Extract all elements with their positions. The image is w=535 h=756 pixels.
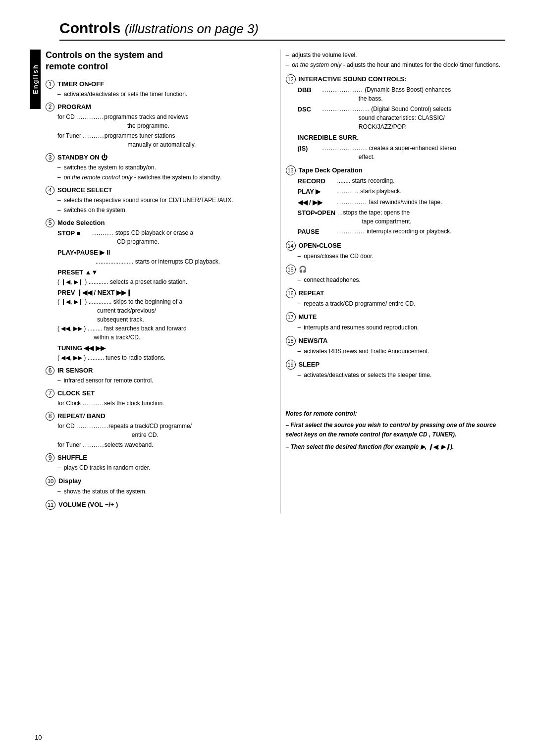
item-1-name: TIMER ON•OFF [57, 80, 104, 88]
item-13-name: Tape Deck Operation [299, 166, 363, 174]
item-10-desc: –shows the status of the system. [57, 487, 266, 496]
item-15-desc: –connect headphones. [298, 275, 506, 284]
item-6-desc: –infrared sensor for remote control. [57, 376, 266, 385]
item-6: 6 iR SENSOR –infrared sensor for remote … [46, 366, 266, 385]
item-14-header: 14 OPEN•CLOSE [286, 241, 506, 251]
item-19-name: SLEEP [299, 361, 320, 368]
item-10: 10 Display –shows the status of the syst… [46, 476, 266, 496]
item-15: 15 🎧 –connect headphones. [286, 265, 506, 284]
item-5-desc: STOP ■ .......... stops CD playback or e… [57, 228, 266, 362]
item-5: 5 Mode Selection STOP ■ .......... stops… [46, 218, 266, 362]
item-2-num: 2 [46, 103, 54, 111]
item-12-name: INTERACTIVE SOUND controls: [299, 75, 407, 83]
notes-box: Notes for remote control: – First select… [286, 409, 506, 452]
item-2-header: 2 PROGRAM [46, 103, 266, 111]
right-intro-desc: –adjusts the volume level. –on the syste… [286, 51, 506, 69]
main-title: Controls (illustrations on page 3) [59, 20, 505, 41]
page: Controls (illustrations on page 3) Engli… [0, 0, 535, 756]
item-18-desc: –activates RDS news and Traffic Announce… [298, 347, 506, 356]
notes-line2: – Then select the desired function (for … [286, 442, 506, 452]
item-18-header: 18 NEWS/TA [286, 336, 506, 346]
item-13-num: 13 [286, 165, 296, 175]
item-10-header: 10 Display [46, 476, 266, 486]
item-4-desc: –selects the respective sound source for… [57, 196, 266, 215]
title-italic: (illustrations on page 3) [125, 21, 259, 36]
sidebar-label: English [30, 50, 41, 109]
item-10-num: 10 [46, 476, 55, 486]
item-3-num: 3 [46, 153, 54, 162]
left-column: Controls on the system and remote contro… [46, 50, 280, 514]
item-14-name: OPEN•CLOSE [299, 242, 341, 249]
item-11-name: VOLUME (VOL −/+ ) [58, 501, 118, 508]
right-intro: –adjusts the volume level. –on the syste… [286, 51, 506, 69]
title-text: Controls [59, 20, 120, 36]
item-4-header: 4 SOURCE SELECT [46, 186, 266, 195]
item-7-desc: for Clock .......... sets the clock func… [57, 399, 266, 408]
item-10-name: Display [58, 477, 81, 485]
item-8-num: 8 [46, 412, 54, 421]
item-3-name: STANDBY ON ⏻ [57, 154, 107, 161]
item-12-desc: DBB ................... (Dynamic Bass Bo… [298, 85, 506, 162]
item-19: 19 SLEEP –activates/deactivates or selec… [286, 360, 506, 379]
item-17-header: 17 MUTE [286, 312, 506, 322]
item-15-name: 🎧 [299, 266, 307, 273]
item-9-num: 9 [46, 453, 54, 462]
right-column: –adjusts the volume level. –on the syste… [280, 50, 506, 514]
item-4-num: 4 [46, 186, 54, 195]
item-17-num: 17 [286, 312, 296, 322]
item-8-header: 8 REPEAT/ BAND [46, 412, 266, 421]
item-16-header: 16 REPEAT [286, 288, 506, 298]
item-2-name: PROGRAM [57, 103, 91, 110]
item-2-desc: for CD ............. programmes tracks a… [57, 112, 266, 149]
item-9: 9 SHUFFLE –plays CD tracks in random ord… [46, 453, 266, 472]
item-5-header: 5 Mode Selection [46, 218, 266, 227]
item-3-desc: –switches the system to standby/on. –on … [57, 163, 266, 182]
item-1-num: 1 [46, 80, 54, 89]
item-12: 12 INTERACTIVE SOUND controls: DBB .....… [286, 74, 506, 162]
item-11: 11 VOLUME (VOL −/+ ) [46, 500, 266, 510]
item-16: 16 REPEAT –repeats a track/CD programme/… [286, 288, 506, 308]
item-19-desc: –activates/deactivates or selects the sl… [298, 371, 506, 379]
item-19-header: 19 SLEEP [286, 360, 506, 370]
item-15-num: 15 [286, 265, 296, 274]
item-9-header: 9 SHUFFLE [46, 453, 266, 462]
item-8: 8 REPEAT/ BAND for CD ............... re… [46, 412, 266, 449]
item-17-name: MUTE [299, 313, 317, 321]
item-14: 14 OPEN•CLOSE –opens/closes the CD door. [286, 241, 506, 261]
item-2: 2 PROGRAM for CD ............. programme… [46, 103, 266, 149]
item-17: 17 MUTE –interrupts and resumes sound re… [286, 312, 506, 332]
item-6-name: iR SENSOR [57, 367, 93, 374]
item-18-name: NEWS/TA [299, 337, 328, 344]
item-1: 1 TIMER ON•OFF –activates/deactivates or… [46, 80, 266, 99]
item-9-name: SHUFFLE [57, 454, 87, 461]
item-7-num: 7 [46, 389, 54, 398]
item-4-name: SOURCE SELECT [57, 186, 112, 194]
item-11-num: 11 [46, 500, 55, 510]
item-3: 3 STANDBY ON ⏻ –switches the system to s… [46, 153, 266, 182]
item-18-num: 18 [286, 336, 296, 346]
item-6-header: 6 iR SENSOR [46, 366, 266, 375]
item-13: 13 Tape Deck Operation RECORD ........ s… [286, 165, 506, 237]
item-16-num: 16 [286, 288, 296, 298]
item-1-header: 1 TIMER ON•OFF [46, 80, 266, 89]
item-7-header: 7 CLOCK SET [46, 389, 266, 398]
content-wrapper: English Controls on the system and remot… [30, 50, 505, 514]
item-5-name: Mode Selection [57, 219, 105, 226]
main-content: Controls on the system and remote contro… [46, 50, 505, 514]
item-13-header: 13 Tape Deck Operation [286, 165, 506, 175]
item-8-name: REPEAT/ BAND [57, 412, 106, 420]
section-title: Controls on the system and remote contro… [46, 50, 266, 73]
item-3-header: 3 STANDBY ON ⏻ [46, 153, 266, 162]
item-7-name: CLOCK SET [57, 389, 95, 397]
item-14-num: 14 [286, 241, 296, 251]
item-1-desc: –activates/deactivates or sets the timer… [57, 90, 266, 99]
item-7: 7 CLOCK SET for Clock .......... sets th… [46, 389, 266, 408]
notes-line1: – First select the source you wish to co… [286, 421, 506, 439]
item-4: 4 SOURCE SELECT –selects the respective … [46, 186, 266, 215]
item-8-desc: for CD ............... repeats a track/C… [57, 422, 266, 449]
page-number: 10 [35, 734, 42, 741]
item-15-header: 15 🎧 [286, 265, 506, 274]
item-17-desc: –interrupts and resumes sound reproducti… [298, 323, 506, 332]
item-11-header: 11 VOLUME (VOL −/+ ) [46, 500, 266, 510]
item-12-header: 12 INTERACTIVE SOUND controls: [286, 74, 506, 84]
